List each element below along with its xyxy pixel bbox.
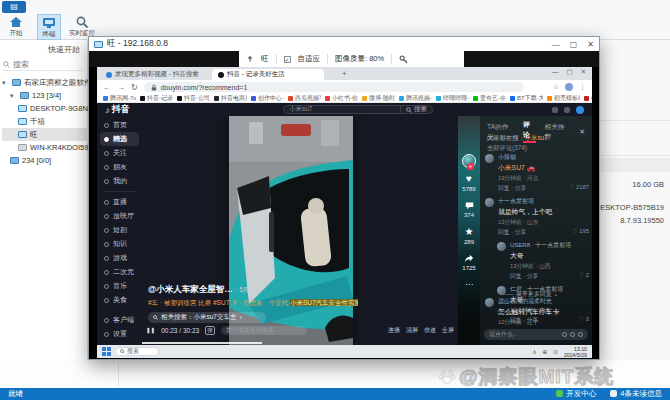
douyin-nav-item[interactable]: 朋友: [97, 160, 142, 174]
maximize-button[interactable]: ▢: [566, 68, 572, 76]
douyin-search-bar[interactable]: 小米su7 搜索: [283, 105, 433, 114]
key-icon[interactable]: [399, 55, 408, 64]
client-download-icon[interactable]: [552, 107, 558, 113]
video-stage[interactable]: @小米人车家全屋智… · 5月8日 #车 · 被塑训练营 比赛 #SU7 下 ·…: [142, 116, 458, 345]
douyin-nav-item[interactable]: 我的: [97, 174, 142, 188]
player-control[interactable]: 连播: [388, 326, 400, 335]
new-tab-button[interactable]: +: [342, 69, 347, 78]
browser-tab[interactable]: 抖音 - 记录美好生活: [212, 69, 324, 80]
tree-node-desktop[interactable]: DESKTOP-9G8NA80: [2, 102, 88, 115]
bookmark-item[interactable]: BT下载-大小工具: [510, 94, 543, 103]
douyin-nav-item[interactable]: 首页: [97, 118, 142, 132]
taskbar-app-icon[interactable]: [210, 347, 219, 356]
douyin-nav-item[interactable]: 精选: [100, 132, 139, 146]
comment-input[interactable]: 说点什么…: [484, 329, 588, 340]
toolbar-button-home[interactable]: 开始: [4, 14, 28, 38]
danmaku-input[interactable]: 发一条友善的弹幕: [221, 326, 307, 335]
system-tray-icons[interactable]: ∧ ⊕ ⊙: [532, 348, 560, 355]
bookmark-item[interactable]: 抖音-公司直播中心: [177, 94, 210, 103]
quick-start-tab[interactable]: 快速开始: [0, 44, 80, 55]
bookmark-item[interactable]: 哔哩哔哩-干杯: [436, 94, 469, 103]
player-control[interactable]: 倍速: [424, 326, 436, 335]
back-icon[interactable]: ←: [103, 83, 111, 92]
bookmark-item[interactable]: CCTV节目官网-央视网: [584, 94, 592, 103]
expander-icon[interactable]: ▾: [2, 79, 9, 87]
douyin-channel-item[interactable]: 放映厅: [97, 209, 142, 223]
more-icon[interactable]: ⋯: [465, 280, 473, 290]
taskbar-app-icon[interactable]: [236, 347, 245, 356]
image-icon[interactable]: [578, 332, 583, 337]
player-control[interactable]: 清屏: [406, 326, 418, 335]
dev-center-link[interactable]: 开发中心: [556, 389, 596, 399]
bookmark-item[interactable]: 小红书-你的生活指南: [325, 94, 358, 103]
browser-tab[interactable]: 发现更多精彩视频 - 抖音搜索: [100, 69, 212, 80]
sidebar-search-input[interactable]: [13, 60, 73, 69]
app-logo[interactable]: ▤: [2, 1, 26, 13]
expander-icon[interactable]: ▾: [10, 92, 17, 100]
douyin-nav-item[interactable]: 关注: [97, 146, 142, 160]
minimize-button[interactable]: —: [552, 40, 560, 49]
bookmark-item[interactable]: 西瓜视频平台: [288, 94, 321, 103]
comment-item[interactable]: 十一点发射塔 就是帅气，上个吧 13分钟前 · 山东 回复 · 分享 ♡ 195: [485, 197, 589, 237]
comment-likes[interactable]: ♡ 2187: [569, 184, 589, 193]
douyin-channel-item[interactable]: 美食: [97, 293, 142, 307]
taskbar-search[interactable]: 搜索: [115, 347, 159, 356]
taskbar-app-icon[interactable]: [223, 347, 232, 356]
tree-node-qianxi[interactable]: 千禧: [2, 115, 88, 128]
bookmark-item[interactable]: 微博-随时随地发现新鲜事: [362, 94, 395, 103]
douyin-search-button[interactable]: 搜索: [400, 105, 427, 114]
taskbar-app-icon[interactable]: [184, 347, 193, 356]
tree-group-123[interactable]: ▾ 123 [3/4]: [2, 89, 88, 102]
danmaku-toggle[interactable]: 弹: [205, 326, 215, 335]
comment-icon[interactable]: [465, 201, 474, 210]
share-icon[interactable]: [464, 254, 474, 263]
menu-icon[interactable]: ⋮: [579, 83, 586, 91]
tree-node-wang-selected[interactable]: 旺: [2, 128, 88, 141]
bookmark-item[interactable]: 稻壳模板站: [547, 94, 580, 103]
url-bar[interactable]: douyin.com/?recommend=1: [144, 82, 524, 92]
close-button[interactable]: ✕: [587, 40, 594, 49]
quality-label[interactable]: 图像质量: 80%: [335, 54, 384, 64]
comment-item[interactable]: 小辣椒 小米SU7 🚗 19分钟前 · 河北 回复 · 分享 ♡ 2187: [485, 153, 589, 193]
tree-group-234[interactable]: 234 [0/0]: [2, 154, 88, 167]
commenter-avatar[interactable]: [497, 242, 506, 251]
comment-item[interactable]: 远山看海的温柔时光 怎么触转汽车停车卡 10分钟前 · 辽宁: [485, 297, 589, 327]
taskbar-app-icon[interactable]: [171, 347, 180, 356]
profile-avatar[interactable]: [565, 83, 573, 91]
related-search-pill[interactable]: 相关搜索：小米su7交车主 ›: [148, 312, 266, 323]
taskbar-app-icon[interactable]: [197, 347, 206, 356]
comment-actions[interactable]: 回复 · 分享: [510, 272, 538, 281]
douyin-channel-item[interactable]: 知识: [97, 237, 142, 251]
close-icon[interactable]: ✕: [579, 128, 585, 136]
collect-icon[interactable]: ★: [465, 227, 474, 237]
comment-item[interactable]: USER8 · 十一点发射塔 大哥 13分钟前 · 山西 回复 · 分享 ♡ 2: [485, 241, 589, 281]
comment-likes[interactable]: ♡ 195: [573, 228, 589, 237]
douyin-channel-item[interactable]: 直播: [97, 195, 142, 209]
bookmark-item[interactable]: 腾讯网-7x24在线: [103, 94, 136, 103]
remote-window-titlebar[interactable]: 旺 - 192.168.0.8 — ▢ ✕: [89, 37, 599, 51]
adaptive-checkbox[interactable]: ✓: [284, 56, 291, 63]
douyin-logo[interactable]: ♪ 抖音: [105, 103, 130, 116]
douyin-nav-bottom-item[interactable]: 设置: [97, 327, 142, 341]
refresh-icon[interactable]: ↻: [131, 83, 138, 92]
comment-actions[interactable]: 回复 · 分享: [498, 184, 526, 193]
mention-icon[interactable]: [562, 332, 567, 337]
comment-likes[interactable]: ♡ 2: [579, 272, 589, 281]
taskbar-app-icon[interactable]: [275, 347, 284, 356]
pause-button[interactable]: ❚❚: [146, 327, 155, 333]
commenter-avatar[interactable]: [485, 198, 494, 207]
douyin-nav-bottom-item[interactable]: 客户端: [97, 313, 142, 327]
douyin-channel-item[interactable]: 短剧: [97, 223, 142, 237]
taskbar-app-icon[interactable]: [249, 347, 258, 356]
emoji-icon[interactable]: [570, 332, 575, 337]
toolbar-button-terminal[interactable]: 终端: [37, 14, 61, 40]
toolbar-button-monitor[interactable]: 实时监控: [70, 14, 94, 38]
douyin-channel-item[interactable]: 音乐: [97, 279, 142, 293]
douyin-channel-item[interactable]: 二次元: [97, 265, 142, 279]
sidebar-search[interactable]: [3, 58, 83, 71]
commenter-avatar[interactable]: [485, 298, 494, 307]
video-progress-bar[interactable]: [142, 342, 262, 344]
author-avatar[interactable]: +: [462, 154, 476, 168]
like-icon[interactable]: ♥: [466, 174, 472, 184]
minimize-button[interactable]: —: [552, 68, 559, 76]
